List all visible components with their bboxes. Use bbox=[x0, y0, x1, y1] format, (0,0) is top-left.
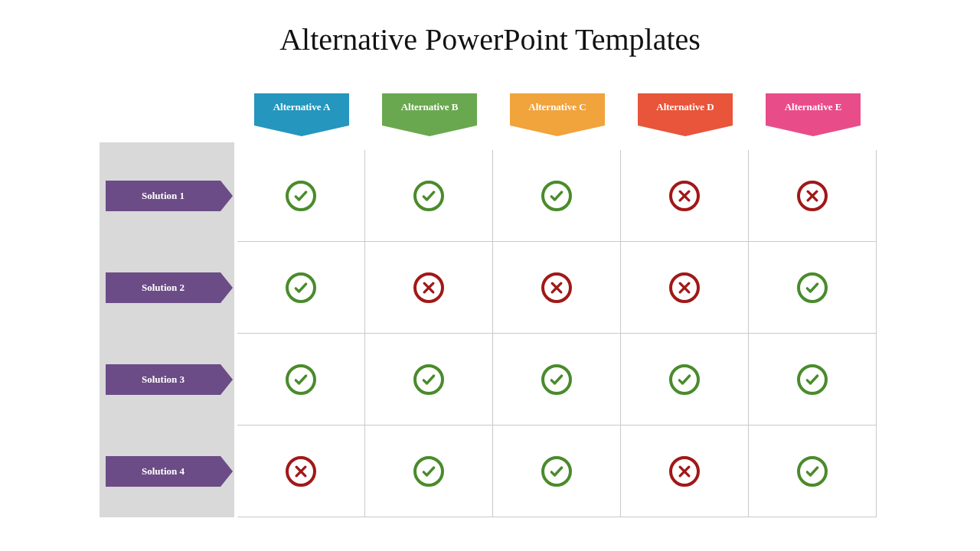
column-label: Alternative C bbox=[528, 101, 586, 112]
row-label-text: Solution 2 bbox=[142, 282, 185, 294]
column-header-2: Alternative C bbox=[510, 93, 605, 126]
column-label: Alternative B bbox=[401, 101, 459, 112]
row-label-text: Solution 3 bbox=[142, 373, 185, 386]
cross-icon bbox=[413, 272, 444, 303]
cross-icon bbox=[286, 456, 316, 487]
cross-icon bbox=[541, 272, 572, 303]
grid-cell bbox=[237, 334, 365, 425]
check-icon bbox=[541, 181, 572, 211]
check-icon bbox=[286, 364, 316, 395]
column-ribbon: Alternative B bbox=[382, 93, 477, 126]
row-label-3: Solution 4 bbox=[106, 456, 220, 487]
grid-cell bbox=[621, 242, 749, 334]
grid-cell bbox=[493, 242, 621, 334]
grid-cell bbox=[237, 242, 365, 334]
grid-cell bbox=[237, 425, 365, 517]
row-label-text: Solution 4 bbox=[142, 465, 185, 478]
check-icon bbox=[541, 364, 572, 395]
check-icon bbox=[669, 364, 700, 395]
column-ribbon: Alternative D bbox=[638, 93, 733, 126]
row-label-0: Solution 1 bbox=[106, 181, 220, 211]
grid-cell bbox=[749, 425, 877, 517]
check-icon bbox=[541, 456, 572, 487]
check-icon bbox=[413, 181, 444, 211]
row-label-2: Solution 3 bbox=[106, 364, 220, 395]
check-icon bbox=[413, 456, 444, 487]
check-icon bbox=[286, 272, 316, 303]
grid-cell bbox=[621, 425, 749, 517]
column-label: Alternative A bbox=[273, 101, 331, 112]
grid-cell bbox=[237, 150, 365, 242]
cross-icon bbox=[669, 456, 700, 487]
check-icon bbox=[797, 364, 828, 395]
grid-cell bbox=[621, 334, 749, 425]
check-icon bbox=[413, 364, 444, 395]
column-ribbon: Alternative A bbox=[254, 93, 349, 126]
row-label-text: Solution 1 bbox=[142, 190, 185, 202]
cross-icon bbox=[797, 181, 828, 211]
column-header-1: Alternative B bbox=[382, 93, 477, 126]
grid-cell bbox=[493, 425, 621, 517]
page-title: Alternative PowerPoint Templates bbox=[0, 0, 980, 71]
grid-cell bbox=[365, 150, 493, 242]
grid-cell bbox=[749, 150, 877, 242]
grid-cell bbox=[621, 150, 749, 242]
row-label-1: Solution 2 bbox=[106, 272, 220, 303]
column-label: Alternative E bbox=[785, 101, 842, 112]
column-header-0: Alternative A bbox=[254, 93, 349, 126]
grid-cell bbox=[365, 334, 493, 425]
column-header-3: Alternative D bbox=[638, 93, 733, 126]
grid-cell bbox=[493, 334, 621, 425]
check-icon bbox=[797, 456, 828, 487]
grid-cell bbox=[749, 242, 877, 334]
grid-cell bbox=[493, 150, 621, 242]
column-ribbon: Alternative E bbox=[766, 93, 861, 126]
column-header-4: Alternative E bbox=[766, 93, 861, 126]
grid-cell bbox=[365, 425, 493, 517]
cross-icon bbox=[669, 181, 700, 211]
check-icon bbox=[286, 181, 316, 211]
column-label: Alternative D bbox=[656, 101, 714, 112]
cross-icon bbox=[669, 272, 700, 303]
grid-cell bbox=[749, 334, 877, 425]
check-icon bbox=[797, 272, 828, 303]
column-ribbon: Alternative C bbox=[510, 93, 605, 126]
grid-cell bbox=[365, 242, 493, 334]
